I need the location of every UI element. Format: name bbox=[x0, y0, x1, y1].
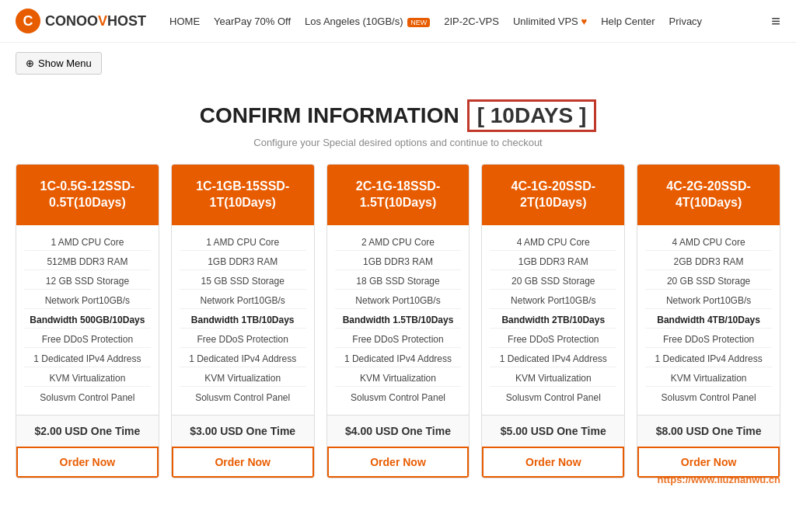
plan-feature-3-2: 20 GB SSD Storage bbox=[490, 273, 616, 290]
plan-features-1: 1 AMD CPU Core1GB DDR3 RAM15 GB SSD Stor… bbox=[172, 225, 314, 415]
plan-order-btn-0[interactable]: Order Now bbox=[16, 447, 159, 478]
plan-price-0: $2.00 USD One Time bbox=[16, 415, 159, 447]
plan-card-1: 1C-1GB-15SSD-1T(10Days)1 AMD CPU Core1GB… bbox=[171, 164, 315, 478]
plan-feature-1-2: 15 GB SSD Storage bbox=[180, 273, 306, 290]
plan-order-btn-2[interactable]: Order Now bbox=[327, 447, 470, 478]
plan-feature-1-4: Bandwidth 1TB/10Days bbox=[180, 312, 306, 329]
plan-feature-2-2: 18 GB SSD Storage bbox=[335, 273, 462, 290]
confirm-text: CONFIRM INFORMATION bbox=[200, 103, 459, 128]
plan-feature-3-4: Bandwidth 2TB/10Days bbox=[490, 312, 616, 329]
plan-feature-4-8: Solusvm Control Panel bbox=[645, 390, 772, 405]
plan-price-1: $3.00 USD One Time bbox=[172, 415, 314, 447]
nav-home[interactable]: HOME bbox=[169, 16, 200, 27]
plan-card-0: 1C-0.5G-12SSD-0.5T(10Days)1 AMD CPU Core… bbox=[16, 164, 159, 478]
nav-unlimited[interactable]: Unlimited VPS ♥ bbox=[513, 16, 587, 27]
plan-order-btn-1[interactable]: Order Now bbox=[172, 447, 314, 478]
plan-feature-0-2: 12 GB SSD Storage bbox=[24, 273, 151, 290]
watermark: https://www.liuzhanwu.cn bbox=[658, 474, 780, 485]
plan-feature-3-1: 1GB DDR3 RAM bbox=[490, 254, 616, 270]
nav-unlimited-text: Unlimited VPS bbox=[513, 16, 578, 27]
plan-feature-4-5: Free DDoS Protection bbox=[645, 332, 772, 348]
plan-features-4: 4 AMD CPU Core2GB DDR3 RAM20 GB SSD Stor… bbox=[637, 225, 780, 415]
plan-price-4: $8.00 USD One Time bbox=[637, 415, 780, 447]
plan-feature-0-3: Network Port10GB/s bbox=[24, 293, 151, 309]
show-menu-label: Show Menu bbox=[38, 57, 92, 69]
plan-feature-4-0: 4 AMD CPU Core bbox=[645, 235, 772, 251]
plan-price-2: $4.00 USD One Time bbox=[327, 415, 470, 447]
plan-feature-0-8: Solusvm Control Panel bbox=[24, 390, 151, 405]
nav-privacy[interactable]: Privacy bbox=[669, 16, 703, 27]
heart-icon: ♥ bbox=[581, 16, 587, 27]
plan-card-3: 4C-1G-20SSD-2T(10Days)4 AMD CPU Core1GB … bbox=[481, 164, 625, 478]
plan-feature-1-3: Network Port10GB/s bbox=[180, 293, 306, 309]
show-menu-button[interactable]: ⊕ Show Menu bbox=[16, 52, 102, 75]
logo-text: CONOOVHOST bbox=[45, 13, 146, 30]
plan-feature-0-6: 1 Dedicated IPv4 Address bbox=[24, 351, 151, 367]
plan-feature-1-0: 1 AMD CPU Core bbox=[180, 235, 306, 251]
logo[interactable]: C CONOOVHOST bbox=[16, 9, 146, 33]
plan-feature-2-6: 1 Dedicated IPv4 Address bbox=[335, 351, 462, 367]
plan-feature-3-7: KVM Virtualization bbox=[490, 370, 616, 387]
plan-order-btn-3[interactable]: Order Now bbox=[482, 447, 624, 478]
plan-header-0: 1C-0.5G-12SSD-0.5T(10Days) bbox=[16, 165, 159, 225]
plan-feature-0-0: 1 AMD CPU Core bbox=[24, 235, 151, 251]
nav-2ip[interactable]: 2IP-2C-VPS bbox=[444, 16, 499, 27]
plan-order-btn-4[interactable]: Order Now bbox=[637, 447, 780, 478]
hero-subtitle: Configure your Special desired options a… bbox=[16, 137, 780, 148]
plan-feature-4-1: 2GB DDR3 RAM bbox=[645, 254, 772, 270]
nav-la[interactable]: Los Angeles (10GB/s) NEW bbox=[305, 16, 430, 27]
nav-help[interactable]: Help Center bbox=[601, 16, 655, 27]
plan-feature-3-3: Network Port10GB/s bbox=[490, 293, 616, 309]
plan-header-1: 1C-1GB-15SSD-1T(10Days) bbox=[172, 165, 314, 225]
plan-price-3: $5.00 USD One Time bbox=[482, 415, 624, 447]
navbar: C CONOOVHOST HOME YearPay 70% Off Los An… bbox=[0, 0, 796, 43]
plan-feature-3-5: Free DDoS Protection bbox=[490, 332, 616, 348]
plan-feature-1-5: Free DDoS Protection bbox=[180, 332, 306, 348]
plans-grid: 1C-0.5G-12SSD-0.5T(10Days)1 AMD CPU Core… bbox=[16, 164, 780, 478]
plan-features-0: 1 AMD CPU Core512MB DDR3 RAM12 GB SSD St… bbox=[16, 225, 159, 415]
plan-feature-3-0: 4 AMD CPU Core bbox=[490, 235, 616, 251]
show-menu-icon: ⊕ bbox=[26, 57, 34, 69]
hero-section: CONFIRM INFORMATION [ 10DAYS ] Configure… bbox=[0, 84, 796, 156]
hamburger-icon[interactable]: ≡ bbox=[771, 12, 780, 30]
plan-card-2: 2C-1G-18SSD-1.5T(10Days)2 AMD CPU Core1G… bbox=[326, 164, 470, 478]
plan-feature-4-3: Network Port10GB/s bbox=[645, 293, 772, 309]
nav-links: HOME YearPay 70% Off Los Angeles (10GB/s… bbox=[169, 16, 771, 27]
plan-header-4: 4C-2G-20SSD-4T(10Days) bbox=[637, 165, 780, 225]
nav-yearpay[interactable]: YearPay 70% Off bbox=[214, 16, 291, 27]
plan-feature-2-7: KVM Virtualization bbox=[335, 370, 462, 387]
plan-features-2: 2 AMD CPU Core1GB DDR3 RAM18 GB SSD Stor… bbox=[327, 225, 470, 415]
plan-feature-1-1: 1GB DDR3 RAM bbox=[180, 254, 306, 270]
plan-features-3: 4 AMD CPU Core1GB DDR3 RAM20 GB SSD Stor… bbox=[482, 225, 624, 415]
plan-feature-0-1: 512MB DDR3 RAM bbox=[24, 254, 151, 270]
plan-feature-1-6: 1 Dedicated IPv4 Address bbox=[180, 351, 306, 367]
plan-feature-3-6: 1 Dedicated IPv4 Address bbox=[490, 351, 616, 367]
nav-la-text: Los Angeles (10GB/s) bbox=[305, 16, 403, 27]
plan-feature-2-1: 1GB DDR3 RAM bbox=[335, 254, 462, 270]
plan-feature-0-4: Bandwidth 500GB/10Days bbox=[24, 312, 151, 329]
plan-feature-2-5: Free DDoS Protection bbox=[335, 332, 462, 348]
new-badge: NEW bbox=[407, 18, 430, 27]
plan-feature-1-7: KVM Virtualization bbox=[180, 370, 306, 387]
plan-feature-2-4: Bandwidth 1.5TB/10Days bbox=[335, 312, 462, 329]
plan-feature-2-0: 2 AMD CPU Core bbox=[335, 235, 462, 251]
hero-title: CONFIRM INFORMATION [ 10DAYS ] bbox=[16, 99, 780, 132]
plan-feature-4-6: 1 Dedicated IPv4 Address bbox=[645, 351, 772, 367]
plan-feature-0-5: Free DDoS Protection bbox=[24, 332, 151, 348]
days-badge: [ 10DAYS ] bbox=[467, 99, 597, 132]
plan-header-2: 2C-1G-18SSD-1.5T(10Days) bbox=[327, 165, 470, 225]
plan-feature-1-8: Solusvm Control Panel bbox=[180, 390, 306, 405]
plan-feature-3-8: Solusvm Control Panel bbox=[490, 390, 616, 405]
plan-feature-4-2: 20 GB SSD Storage bbox=[645, 273, 772, 290]
plans-section: 1C-0.5G-12SSD-0.5T(10Days)1 AMD CPU Core… bbox=[0, 156, 796, 502]
plan-feature-4-4: Bandwidth 4TB/10Days bbox=[645, 312, 772, 329]
logo-icon: C bbox=[16, 9, 40, 33]
plan-feature-4-7: KVM Virtualization bbox=[645, 370, 772, 387]
plan-card-4: 4C-2G-20SSD-4T(10Days)4 AMD CPU Core2GB … bbox=[637, 164, 780, 478]
plan-header-3: 4C-1G-20SSD-2T(10Days) bbox=[482, 165, 624, 225]
plan-feature-2-8: Solusvm Control Panel bbox=[335, 390, 462, 405]
plan-feature-2-3: Network Port10GB/s bbox=[335, 293, 462, 309]
plan-feature-0-7: KVM Virtualization bbox=[24, 370, 151, 387]
